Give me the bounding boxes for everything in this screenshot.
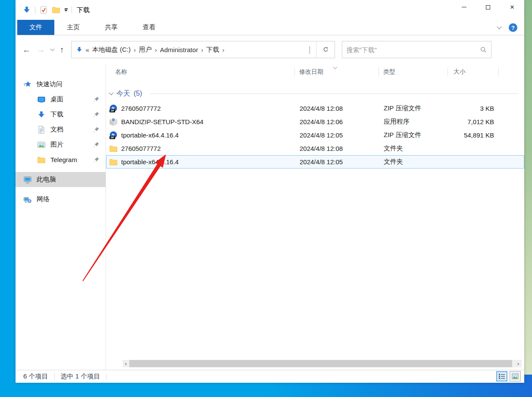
pictures-icon [37,141,46,149]
breadcrumb-segment[interactable]: 用户 [139,46,152,54]
sidebar-item-label: 下载 [50,110,88,119]
status-separator [54,373,55,380]
zip-file-icon: ZIP [109,131,118,140]
pin-icon [93,156,100,163]
sidebar-item-desktop[interactable]: 桌面 [16,92,106,107]
breadcrumb-separator-icon[interactable]: › [155,46,157,53]
downloads-app-icon [22,6,31,14]
help-icon[interactable]: ? [509,23,517,32]
desktop-icon [37,95,46,104]
maximize-button[interactable] [476,0,500,14]
sidebar-item-this-pc[interactable]: 此电脑 [16,172,106,187]
quick-access-icon [23,80,32,89]
sidebar-item-downloads[interactable]: 下载 [16,107,106,122]
toolbar-separator [72,6,72,13]
pin-icon [93,141,100,148]
collapse-ribbon-icon[interactable] [497,24,501,29]
column-header-size[interactable]: 大小 [448,67,499,77]
file-name-cell[interactable]: ZIPtportable-x64.4.16.4 [106,131,295,140]
tab-view[interactable]: 查看 [130,20,168,35]
minimize-button[interactable] [452,0,476,14]
file-name-cell[interactable]: BANDIZIP-SETUP-STD-X64 [106,118,295,126]
forward-button[interactable]: → [37,46,45,54]
scroll-left-icon[interactable]: ‹ [122,360,129,367]
search-box[interactable] [342,41,491,58]
breadcrumb-segment[interactable]: Administrator [160,46,198,53]
details-view-icon [498,373,505,380]
breadcrumb-separator-icon[interactable]: › [222,46,224,53]
thumbnail-view-button[interactable] [510,371,521,381]
file-row[interactable]: ZIP276050777722024/4/8 12:08ZIP 压缩文件3 KB [106,102,524,115]
file-row[interactable]: ZIPtportable-x64.4.16.42024/4/8 12:05ZIP… [106,128,524,142]
folder-icon [37,156,46,164]
file-name: 27605077772 [121,145,161,152]
tab-home[interactable]: 主页 [54,20,92,35]
file-list: ZIP276050777722024/4/8 12:08ZIP 压缩文件3 KB… [106,102,524,169]
tab-file[interactable]: 文件 [17,20,54,35]
main-content: 快速访问桌面下载文档图片Telegram此电脑网络 名称 修改日期 类型 大小 … [16,64,524,370]
file-size-cell: 54,891 KB [448,131,499,139]
sidebar-item-label: 快速访问 [37,80,106,88]
file-date-cell: 2024/4/8 12:08 [295,105,379,112]
column-header-type[interactable]: 类型 [379,67,448,77]
file-row[interactable]: 276050777722024/4/8 12:08文件夹 [106,142,524,155]
sidebar-item-pictures[interactable]: 图片 [16,137,106,152]
column-header-name[interactable]: 名称 [106,67,295,77]
zip-file-icon: ZIP [109,104,118,113]
refresh-button[interactable] [316,41,335,58]
properties-check-icon[interactable] [39,6,48,14]
details-view-button[interactable] [496,371,507,381]
breadcrumb-segment[interactable]: 本地磁盘 (C:) [92,46,131,54]
scroll-right-icon[interactable]: › [515,360,522,367]
close-button[interactable]: × [500,0,524,14]
new-folder-icon[interactable] [52,6,60,14]
sidebar-item-documents[interactable]: 文档 [16,122,106,137]
sidebar-item-quick-access[interactable]: 快速访问 [16,77,106,92]
customize-toolbar-dropdown-icon[interactable] [64,8,68,12]
breadcrumb-separator-icon[interactable]: › [201,46,203,53]
status-separator [106,373,106,380]
file-type-cell: 应用程序 [379,118,448,126]
file-name: 27605077772 [121,105,161,112]
address-dropdown-icon[interactable] [310,46,310,54]
breadcrumb[interactable]: « 本地磁盘 (C:)›用户›Administrator›下载› [72,41,316,58]
up-button[interactable]: ↑ [60,46,64,54]
downloads-location-icon [76,46,83,53]
sidebar-item-telegram[interactable]: Telegram [16,152,106,167]
recent-locations-icon[interactable] [50,47,55,51]
file-name-cell[interactable]: ZIP27605077772 [106,104,295,113]
desktop: 下载 × 文件 主页 共享 查看 ? ← → ↑ [0,0,532,397]
group-count: (5) [134,90,142,97]
pin-icon [93,126,100,133]
file-size-cell: 7,012 KB [448,118,499,125]
group-header[interactable]: 今天 (5) [106,88,524,100]
file-name-cell[interactable]: tportable-x64.4.16.4 [106,158,295,166]
file-row[interactable]: BANDIZIP-SETUP-STD-X642024/4/8 12:06应用程序… [106,115,524,128]
quick-access-toolbar: 下载 [22,6,90,14]
svg-text:ZIP: ZIP [110,109,114,112]
ribbon-tabs: 文件 主页 共享 查看 ? [16,20,524,35]
sidebar-item-network[interactable]: 网络 [16,192,106,207]
sidebar-item-label: 桌面 [50,95,88,103]
pin-icon [93,96,100,103]
horizontal-scrollbar[interactable]: ‹ › [122,360,522,367]
search-input[interactable] [347,46,480,53]
file-name-cell[interactable]: 27605077772 [106,144,295,153]
sidebar: 快速访问桌面下载文档图片Telegram此电脑网络 [16,64,106,370]
column-header-date[interactable]: 修改日期 [295,67,379,77]
breadcrumb-separator-icon[interactable]: › [134,46,136,53]
breadcrumb-segment[interactable]: 下载 [206,46,219,54]
pin-icon [93,111,100,118]
group-collapse-icon[interactable] [109,90,113,95]
svg-text:ZIP: ZIP [110,136,114,139]
breadcrumb-overflow[interactable]: « [86,46,89,53]
file-row[interactable]: tportable-x64.4.16.42024/4/8 12:05文件夹 [106,155,524,169]
file-explorer-window: 下载 × 文件 主页 共享 查看 ? ← → ↑ [16,0,524,383]
status-bar: 6 个项目 选中 1 个项目 [16,370,524,383]
this-pc-icon [23,175,32,184]
scrollbar-thumb[interactable] [129,360,512,367]
selected-count: 选中 1 个项目 [61,372,100,381]
back-button[interactable]: ← [22,46,31,54]
tab-share[interactable]: 共享 [92,20,130,35]
address-bar[interactable]: « 本地磁盘 (C:)›用户›Administrator›下载› [71,41,335,58]
